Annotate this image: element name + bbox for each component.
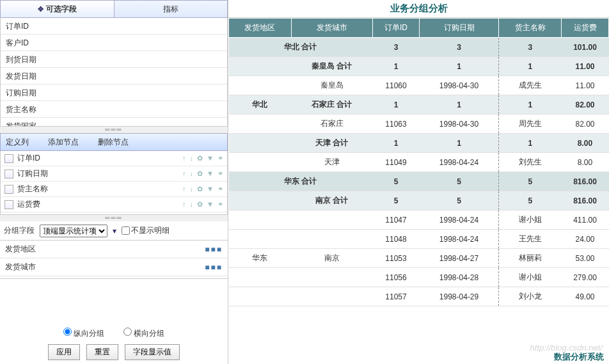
group-field-item[interactable]: 发货地区■■■ [0,241,228,258]
move-down-icon[interactable]: ↓ [190,154,194,162]
table-cell: 5 [372,191,420,210]
link-icon[interactable]: ⚭ [217,170,223,178]
field-item[interactable]: 到货日期 [1,51,227,68]
table-cell: 82.00 [562,115,609,134]
table-cell [229,191,292,210]
apply-button[interactable]: 应用 [48,344,80,360]
field-item[interactable]: 订购日期 [1,84,227,101]
col-header[interactable]: 订单ID [372,19,420,38]
gear-icon[interactable]: ✿ [197,170,203,178]
filter-icon[interactable]: ▼ [207,200,214,209]
data-table-wrapper[interactable]: 发货地区发货城市订单ID订购日期货主名称运货费 华北 合计333101.00秦皇… [228,18,609,364]
table-cell: 5 [420,191,499,210]
tab-optional-fields[interactable]: ✥可选字段 [1,1,115,17]
table-row: 华北 合计333101.00 [229,38,609,57]
defined-column-item[interactable]: 订购日期↑↓✿▼⚭ [1,166,227,182]
move-down-icon[interactable]: ↓ [190,170,194,178]
gear-icon[interactable]: ✿ [197,154,203,162]
table-cell: 1 [499,95,562,115]
table-cell [229,134,292,153]
field-item[interactable]: 货主名称 [1,101,227,118]
hide-detail-checkbox-label[interactable]: 不显示明细 [122,225,170,236]
col-header[interactable]: 订购日期 [420,19,499,38]
filter-icon[interactable]: ▼ [207,154,214,162]
defined-column-item[interactable]: 货主名称↑↓✿▼⚭ [1,182,227,197]
hide-detail-checkbox[interactable] [122,226,130,235]
column-name: 运货费 [17,199,182,210]
move-up-icon[interactable]: ↑ [182,185,186,193]
group-field-item[interactable]: 发货城市■■■ [0,258,228,276]
col-header[interactable]: 运货费 [562,19,609,38]
define-columns-header: 定义列 添加节点 删除节点 [0,133,228,151]
delete-node-button[interactable]: 删除节点 [98,137,129,148]
table-cell: 华东 合计 [229,172,373,191]
table-cell: 石家庄 合计 [291,95,372,115]
move-down-icon[interactable]: ↓ [190,185,194,193]
table-cell: 3 [499,38,562,57]
table-cell: 王先生 [499,230,562,249]
table-cell [229,287,292,306]
table-cell: 5 [420,172,499,191]
available-fields-list[interactable]: 订单ID客户ID到货日期发货日期订购日期货主名称发货国家 [0,18,228,127]
move-up-icon[interactable]: ↑ [182,200,186,209]
group-field-action-icon[interactable]: ■■■ [205,263,223,272]
move-up-icon[interactable]: ↑ [182,170,186,178]
table-cell: 天津 合计 [291,134,372,153]
stat-position-select[interactable]: 顶端显示统计项 [40,225,107,237]
field-display-button[interactable]: 字段显示值 [125,344,180,360]
table-cell: 1998-04-27 [420,249,499,268]
defined-column-item[interactable]: 运货费↑↓✿▼⚭ [1,197,227,212]
table-cell: 天津 [291,153,372,172]
column-name: 货主名称 [17,184,182,194]
column-name: 订购日期 [17,168,182,179]
group-field-action-icon[interactable]: ■■■ [205,245,223,254]
table-cell: 1 [420,134,499,153]
move-down-icon[interactable]: ↓ [190,200,194,209]
defined-column-item[interactable]: 订单ID↑↓✿▼⚭ [1,151,227,166]
col-header[interactable]: 货主名称 [499,19,562,38]
table-cell: 周先生 [499,115,562,134]
vertical-group-radio[interactable]: 纵向分组 [63,328,104,339]
field-item[interactable]: 发货日期 [1,68,227,84]
data-table: 发货地区发货城市订单ID订购日期货主名称运货费 华北 合计333101.00秦皇… [228,18,609,306]
horizontal-group-radio[interactable]: 横向分组 [123,328,164,339]
table-cell: 11060 [372,76,420,95]
resize-handle[interactable]: ═══ [0,215,228,221]
table-cell: 24.00 [562,230,609,249]
col-header[interactable]: 发货地区 [229,19,292,38]
tab-metrics[interactable]: 指标 [115,1,228,17]
gear-icon[interactable]: ✿ [197,200,203,209]
table-cell [229,76,292,95]
table-cell [291,268,372,287]
dropdown-icon[interactable]: ▾ [113,226,116,235]
field-item[interactable]: 订单ID [1,18,227,35]
reset-button[interactable]: 重置 [86,344,118,360]
add-node-button[interactable]: 添加节点 [48,137,79,148]
filter-icon[interactable]: ▼ [207,185,214,193]
link-icon[interactable]: ⚭ [217,200,223,209]
table-cell: 11057 [372,287,420,306]
field-item[interactable]: 发货国家 [1,118,227,127]
link-icon[interactable]: ⚭ [217,185,223,193]
table-cell: 11047 [372,210,420,230]
group-fields-list[interactable]: 发货地区■■■发货城市■■■ [0,241,228,279]
table-cell: 秦皇岛 [291,76,372,95]
table-row: 110561998-04-28谢小姐279.00 [229,268,609,287]
table-cell: 1 [372,57,420,76]
col-header[interactable]: 发货城市 [291,19,372,38]
link-icon[interactable]: ⚭ [217,154,223,162]
define-columns-title: 定义列 [6,137,29,148]
table-cell: 1 [372,134,420,153]
resize-handle[interactable]: ═══ [0,127,228,133]
table-row: 110571998-04-29刘小龙49.00 [229,287,609,306]
action-buttons: 应用 重置 字段显示值 [4,344,224,360]
table-cell [229,268,292,287]
table-row: 南京 合计555816.00 [229,191,609,210]
table-cell: 1998-04-28 [420,268,499,287]
move-up-icon[interactable]: ↑ [182,154,186,162]
defined-columns-list[interactable]: 订单ID↑↓✿▼⚭订购日期↑↓✿▼⚭货主名称↑↓✿▼⚭运货费↑↓✿▼⚭ [0,151,228,215]
gear-icon[interactable]: ✿ [197,185,203,193]
filter-icon[interactable]: ▼ [207,170,214,178]
field-item[interactable]: 客户ID [1,35,227,51]
move-icon: ✥ [38,5,44,13]
